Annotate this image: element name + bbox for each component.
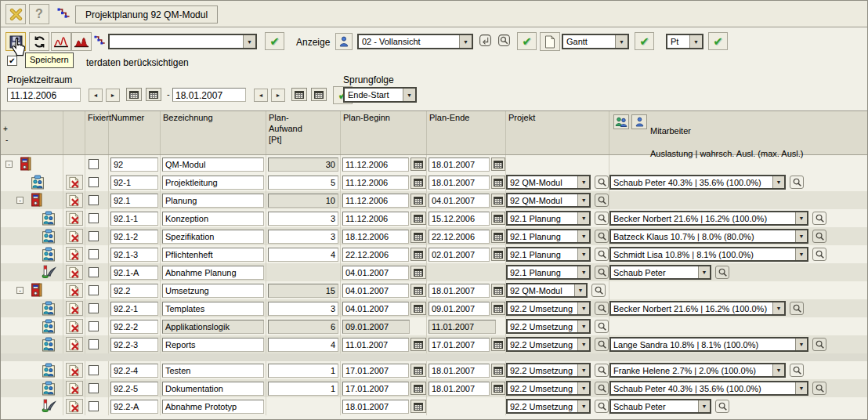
chevron-down-icon[interactable]: ▼ [795,382,807,394]
period-end-calendar2-button[interactable] [311,88,327,101]
chevron-down-icon[interactable]: ▼ [574,284,586,296]
fixiert-checkbox[interactable] [89,339,99,349]
apply-view-icon[interactable] [479,34,492,49]
apply-gantt-button[interactable]: ✔ [635,32,654,50]
date-calendar-button[interactable] [410,400,426,413]
delete-row-button[interactable] [66,319,83,334]
projekt-combobox[interactable]: 92.2 Umsetzung▼ [506,301,591,316]
chevron-down-icon[interactable]: ▼ [577,302,589,314]
delete-row-button[interactable] [66,283,83,298]
apply-unit-button[interactable]: ✔ [708,32,728,50]
mitarbeiter-combobox[interactable]: Schaub Peter▼ [609,265,711,280]
chevron-down-icon[interactable]: ▼ [772,364,784,376]
unit-combobox[interactable]: Pt ▼ [666,34,703,49]
date-calendar-button[interactable] [410,248,426,261]
mitarbeiter-combobox[interactable]: Lange Sandra 10.8% | 8.1% (100.0%)▼ [609,337,808,352]
chevron-down-icon[interactable]: ▼ [615,35,627,48]
fixiert-checkbox[interactable] [89,401,99,411]
projekt-combobox[interactable]: 92.1 Planung▼ [506,247,591,262]
projekt-combobox[interactable]: 92.2 Umsetzung▼ [506,337,591,352]
chevron-down-icon[interactable]: ▼ [577,400,589,412]
fixiert-checkbox[interactable] [89,195,99,205]
projekt-combobox[interactable]: 92 QM-Modul▼ [506,283,588,298]
mitarbeiter-search-button[interactable] [790,364,804,377]
fixiert-checkbox[interactable] [89,321,99,331]
chevron-down-icon[interactable]: ▼ [577,339,589,350]
fixiert-checkbox[interactable] [89,213,99,223]
fixiert-checkbox[interactable] [89,303,99,313]
period-end-input[interactable]: 18.01.2007 [172,88,246,102]
date-calendar-button[interactable] [491,338,505,351]
projekt-combobox[interactable]: 92 QM-Modul▼ [506,175,591,190]
new-document-button[interactable] [540,32,560,51]
person-filter-button[interactable] [631,114,647,129]
histogram-line-button[interactable] [51,32,71,51]
fixiert-checkbox[interactable] [89,365,99,375]
projekt-combobox[interactable]: 92 QM-Modul▼ [506,193,591,208]
period-end-next-button[interactable]: ► [271,89,285,102]
close-button[interactable] [5,4,26,24]
projekt-combobox[interactable]: 92.2 Umsetzung▼ [506,399,591,414]
delete-row-button[interactable] [66,229,83,244]
projekt-search-button[interactable] [595,382,609,395]
projekt-search-button[interactable] [595,194,609,207]
chevron-down-icon[interactable]: ▼ [772,176,784,188]
mitarbeiter-search-button[interactable] [812,382,826,395]
date-calendar-button[interactable] [491,176,505,189]
chevron-down-icon[interactable]: ▼ [795,212,807,224]
mitarbeiter-combobox[interactable]: Batzeck Klaus 10.7% | 8.0% (80.0%)▼ [609,229,808,244]
date-calendar-button[interactable] [491,158,505,171]
period-end-calendar-button[interactable] [291,88,307,101]
period-start-next-button[interactable]: ► [106,89,120,102]
fixiert-checkbox[interactable] [89,159,99,169]
fixiert-checkbox[interactable] [89,383,99,393]
view-combobox[interactable]: 02 - Vollansicht ▼ [357,34,473,49]
chevron-down-icon[interactable]: ▼ [795,230,807,242]
period-start-input[interactable]: 11.12.2006 [7,88,81,102]
mitarbeiter-search-button[interactable] [812,230,826,243]
refresh-button[interactable] [29,32,49,51]
fixiert-checkbox[interactable] [89,231,99,241]
date-calendar-button[interactable] [491,194,505,207]
collapse-all-button[interactable]: - [5,136,8,144]
chevron-down-icon[interactable]: ▼ [243,35,255,48]
chevron-down-icon[interactable]: ▼ [577,212,589,224]
fixiert-checkbox[interactable] [89,267,99,277]
date-calendar-button[interactable] [491,302,505,315]
delete-row-button[interactable] [66,247,83,262]
delete-row-button[interactable] [66,193,83,208]
period-start-calendar2-button[interactable] [146,88,161,101]
collapse-node-button[interactable]: - [5,161,13,168]
filter-combobox[interactable]: ▼ [108,34,257,49]
date-calendar-button[interactable] [410,302,426,315]
mitarbeiter-combobox[interactable]: Schmidt Lisa 10.8% | 8.1% (100.0%)▼ [609,247,808,262]
mitarbeiter-combobox[interactable]: Becker Norbert 21.6% | 16.2% (100.0%)▼ [609,211,808,226]
delete-row-button[interactable] [66,265,83,280]
date-calendar-button[interactable] [410,158,426,171]
projekt-combobox[interactable]: 92.1 Planung▼ [506,229,591,244]
fixiert-checkbox[interactable] [89,249,99,259]
date-calendar-button[interactable] [410,364,426,377]
date-calendar-button[interactable] [410,212,426,225]
fixiert-checkbox[interactable] [89,285,99,295]
chevron-down-icon[interactable]: ▼ [577,382,589,394]
period-end-prev-button[interactable]: ◄ [254,89,268,102]
projekt-combobox[interactable]: 92.1 Planung▼ [506,265,591,280]
date-calendar-button[interactable] [410,266,426,279]
mitarbeiter-search-button[interactable] [812,212,826,225]
date-calendar-button[interactable] [491,382,505,395]
histogram-fill-button[interactable] [71,32,92,51]
fixiert-checkbox[interactable] [89,177,99,187]
chevron-down-icon[interactable]: ▼ [577,320,589,332]
projekt-search-button[interactable] [595,230,609,243]
team-filter-button[interactable] [613,114,629,129]
date-calendar-button[interactable] [410,194,426,207]
jump-sequence-combobox[interactable]: Ende-Start ▼ [343,87,417,103]
projekt-combobox[interactable]: 92.2 Umsetzung▼ [506,319,591,334]
collapse-node-button[interactable]: - [16,197,24,204]
search-view-icon[interactable] [497,34,511,49]
expand-all-button[interactable]: + [3,125,8,133]
chevron-down-icon[interactable]: ▼ [577,194,589,206]
mitarbeiter-combobox[interactable]: Franke Helene 2.7% | 2.0% (100.0%)▼ [609,363,786,378]
date-calendar-button[interactable] [491,248,505,261]
